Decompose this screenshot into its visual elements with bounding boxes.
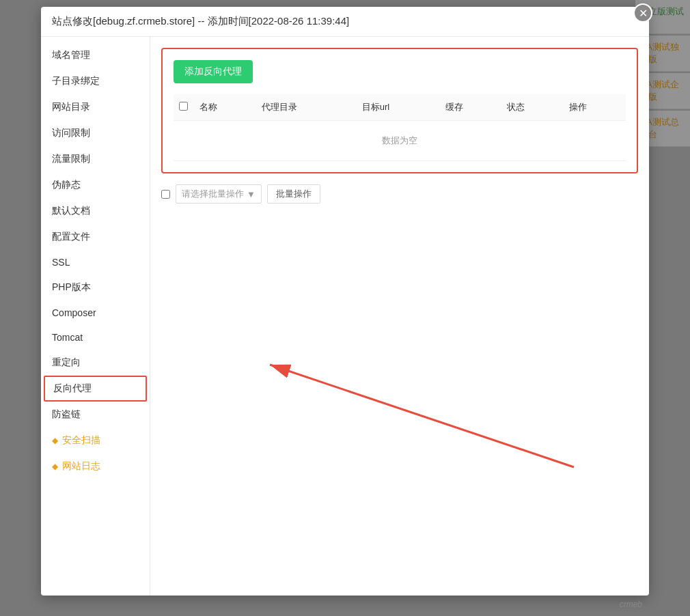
batch-select-placeholder: 请选择批量操作 [182,188,244,200]
sidebar-item-security-scan[interactable]: ◆ 网站日志 [41,453,150,479]
modal-body: 域名管理 子目录绑定 网站目录 访问限制 流量限制 伪静态 默认文档 配置文件 [41,37,649,596]
table-header-cache: 缓存 [440,94,502,121]
batch-checkbox[interactable] [161,190,170,199]
select-all-checkbox[interactable] [179,102,188,111]
diamond-icon-security: ◆ [52,462,58,471]
sidebar-item-website-log[interactable] [41,479,150,493]
sidebar-item-tomcat[interactable]: Tomcat [41,325,150,350]
proxy-section: 添加反向代理 名称 代理目录 目标url 缓存 状态 操作 [161,48,638,173]
modal-title: 站点修改[debug.zf.crmeb.store] -- 添加时间[2022-… [52,15,349,28]
add-proxy-button[interactable]: 添加反向代理 [174,60,253,83]
crm-logo: crmeb [620,600,642,609]
sidebar-item-php-version[interactable]: PHP版本 [41,275,150,300]
sidebar-item-config-file[interactable]: 配置文件 [41,224,150,250]
sidebar-item-pseudo-static[interactable]: 伪静态 [41,172,150,198]
sidebar-item-domain[interactable]: 域名管理 [41,42,150,68]
sidebar-item-website-dir[interactable]: 网站目录 [41,94,150,120]
batch-operation-button[interactable]: 批量操作 [267,184,320,204]
empty-text: 数据为空 [174,121,626,161]
svg-line-1 [270,365,574,467]
sidebar-item-default-doc[interactable]: 默认文档 [41,198,150,224]
diamond-icon-tamper: ◆ [52,436,58,445]
sidebar-item-ssl[interactable]: SSL [41,250,150,275]
batch-bar: 请选择批量操作 ▼ 批量操作 [161,184,638,204]
table-header-name: 名称 [194,94,256,121]
table-empty-row: 数据为空 [174,121,626,161]
table-header-proxy-dir: 代理目录 [256,94,357,121]
sidebar-item-traffic-limit[interactable]: 流量限制 [41,146,150,172]
table-header-target-url: 目标url [357,94,440,121]
sidebar-item-hotlink[interactable]: 防盗链 [41,402,150,428]
main-content: 添加反向代理 名称 代理目录 目标url 缓存 状态 操作 [150,37,649,596]
sidebar-item-composer[interactable]: Composer [41,300,150,325]
sidebar-item-subdir[interactable]: 子目录绑定 [41,68,150,94]
modal-dialog: 站点修改[debug.zf.crmeb.store] -- 添加时间[2022-… [41,7,649,596]
table-header-status: 状态 [501,94,564,121]
sidebar-item-tamper[interactable]: ◆ 安全扫描 [41,428,150,453]
sidebar: 域名管理 子目录绑定 网站目录 访问限制 流量限制 伪静态 默认文档 配置文件 [41,37,150,596]
sidebar-item-reverse-proxy[interactable]: 反向代理 [44,376,147,402]
table-header-checkbox [174,94,194,121]
modal-close-button[interactable]: ✕ [633,3,652,23]
sidebar-item-access-limit[interactable]: 访问限制 [41,120,150,146]
chevron-down-icon: ▼ [247,189,256,199]
sidebar-item-redirect[interactable]: 重定向 [41,350,150,376]
batch-select-dropdown[interactable]: 请选择批量操作 ▼ [176,184,262,204]
table-header-operation: 操作 [564,94,626,121]
modal-header: 站点修改[debug.zf.crmeb.store] -- 添加时间[2022-… [41,7,649,37]
proxy-table: 名称 代理目录 目标url 缓存 状态 操作 数据为空 [174,94,626,161]
table-header-row: 名称 代理目录 目标url 缓存 状态 操作 [174,94,626,121]
